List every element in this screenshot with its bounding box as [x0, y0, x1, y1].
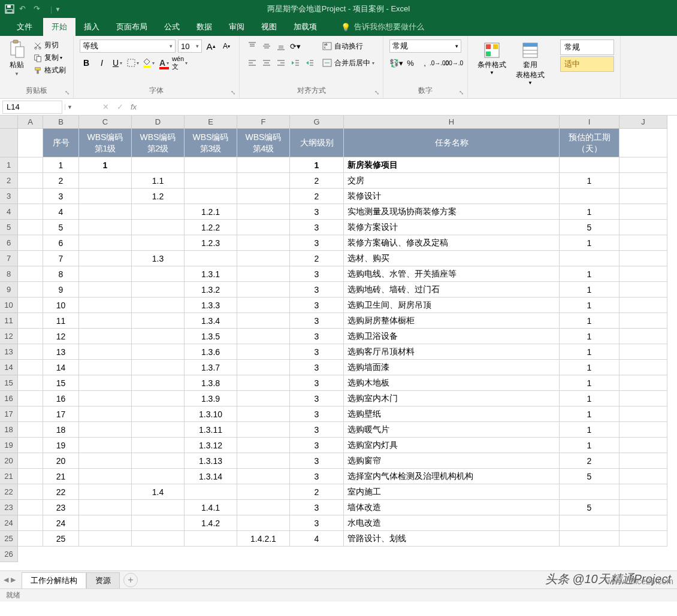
cell[interactable]: 1.2 — [132, 189, 185, 204]
cell[interactable] — [619, 220, 667, 235]
add-sheet-button[interactable]: + — [123, 573, 138, 587]
row-header-12[interactable]: 12 — [0, 329, 18, 344]
cell[interactable] — [237, 484, 290, 500]
cell[interactable] — [79, 173, 132, 189]
spreadsheet-grid[interactable]: ABCDEFGHIJ 12345678910111213141516171819… — [0, 116, 677, 571]
row-header-13[interactable]: 13 — [0, 344, 18, 360]
cell[interactable] — [619, 375, 667, 391]
name-box[interactable]: L14 — [2, 101, 62, 114]
cell[interactable] — [18, 220, 43, 235]
cell[interactable]: 1.3.1 — [185, 266, 237, 282]
table-header-cell[interactable]: WBS编码 第4级 — [237, 129, 290, 157]
cell[interactable] — [18, 453, 43, 469]
cell[interactable] — [79, 469, 132, 484]
cell[interactable] — [237, 500, 290, 515]
table-header-cell[interactable]: WBS编码 第1级 — [79, 129, 132, 157]
cell[interactable] — [237, 173, 290, 189]
cell[interactable]: 选购卫生间、厨房吊顶 — [344, 298, 560, 313]
cell[interactable]: 9 — [43, 282, 79, 298]
cell[interactable] — [237, 298, 290, 313]
cell[interactable] — [619, 453, 667, 469]
tab-formulas[interactable]: 公式 — [156, 18, 188, 36]
row-header-4[interactable]: 4 — [0, 204, 18, 220]
cell[interactable]: 1 — [560, 360, 619, 375]
cell[interactable] — [132, 282, 185, 298]
cell[interactable] — [619, 344, 667, 360]
cell[interactable]: 1 — [560, 235, 619, 251]
cell[interactable] — [132, 220, 185, 235]
row-header-9[interactable]: 9 — [0, 282, 18, 298]
cell[interactable] — [619, 204, 667, 220]
cell[interactable] — [18, 422, 43, 438]
cell[interactable] — [79, 204, 132, 220]
cell[interactable] — [132, 235, 185, 251]
decrease-indent-button[interactable] — [289, 56, 302, 69]
cell[interactable] — [185, 189, 237, 204]
cell[interactable]: 选购室内木门 — [344, 391, 560, 406]
cell[interactable]: 17 — [43, 406, 79, 422]
cell[interactable] — [79, 313, 132, 329]
cell[interactable]: 1 — [560, 438, 619, 453]
row-header-26[interactable]: 26 — [0, 547, 18, 562]
cell[interactable] — [619, 251, 667, 266]
table-header-cell[interactable]: 任务名称 — [344, 129, 560, 157]
cell[interactable] — [18, 251, 43, 266]
cell[interactable] — [237, 282, 290, 298]
align-center-button[interactable] — [260, 56, 273, 69]
row-header-17[interactable]: 17 — [0, 406, 18, 422]
cell[interactable]: 1.3 — [132, 251, 185, 266]
cell[interactable]: 1.3.6 — [185, 344, 237, 360]
table-header-cell[interactable]: WBS编码 第2级 — [132, 129, 185, 157]
cell[interactable] — [237, 266, 290, 282]
cell[interactable] — [18, 360, 43, 375]
table-header-cell[interactable]: 预估的工期 （天） — [560, 129, 619, 157]
cell[interactable] — [237, 453, 290, 469]
cell[interactable]: 5 — [43, 220, 79, 235]
cell[interactable]: 1.3.8 — [185, 375, 237, 391]
cell[interactable] — [132, 329, 185, 344]
cell[interactable] — [18, 204, 43, 220]
align-bottom-button[interactable] — [274, 40, 288, 53]
cell[interactable]: 21 — [43, 469, 79, 484]
cell[interactable]: 7 — [43, 251, 79, 266]
cell[interactable]: 3 — [290, 515, 344, 531]
cell[interactable]: 1.3.14 — [185, 469, 237, 484]
cell[interactable] — [132, 453, 185, 469]
cell[interactable] — [132, 515, 185, 531]
cell[interactable]: 3 — [290, 313, 344, 329]
enter-formula-icon[interactable]: ✓ — [113, 102, 127, 111]
decrease-decimal-button[interactable]: .00→.0 — [447, 56, 460, 69]
cell[interactable] — [132, 344, 185, 360]
col-header-E[interactable]: E — [185, 116, 237, 129]
cell[interactable]: 16 — [43, 391, 79, 406]
cell[interactable]: 22 — [43, 484, 79, 500]
cell[interactable]: 1 — [560, 422, 619, 438]
number-expand-icon[interactable]: ⤡ — [459, 89, 464, 96]
cell[interactable] — [237, 329, 290, 344]
cell[interactable]: 选购壁纸 — [344, 406, 560, 422]
font-name-select[interactable]: 等线 — [80, 40, 176, 53]
cell[interactable]: 3 — [290, 329, 344, 344]
cell[interactable]: 1 — [79, 157, 132, 173]
table-header-cell[interactable] — [18, 129, 43, 157]
cell[interactable] — [18, 344, 43, 360]
tab-scroll-left-icon[interactable]: ◀ — [4, 576, 8, 584]
cell[interactable]: 24 — [43, 515, 79, 531]
cell[interactable] — [560, 189, 619, 204]
cell[interactable]: 选购墙面漆 — [344, 360, 560, 375]
cell[interactable] — [619, 515, 667, 531]
cell[interactable]: 2 — [290, 484, 344, 500]
tab-scroll-right-icon[interactable]: ▶ — [11, 576, 16, 584]
cell[interactable]: 1.3.4 — [185, 313, 237, 329]
cell[interactable] — [185, 531, 237, 547]
cell[interactable] — [619, 298, 667, 313]
row-header-11[interactable]: 11 — [0, 313, 18, 329]
table-header-cell[interactable]: WBS编码 第3级 — [185, 129, 237, 157]
cell[interactable]: 装修设计 — [344, 189, 560, 204]
cell[interactable] — [18, 391, 43, 406]
cell[interactable] — [560, 531, 619, 547]
number-format-select[interactable]: 常规▾ — [389, 40, 461, 53]
cell[interactable] — [185, 484, 237, 500]
cell[interactable] — [79, 220, 132, 235]
cell[interactable]: 14 — [43, 360, 79, 375]
